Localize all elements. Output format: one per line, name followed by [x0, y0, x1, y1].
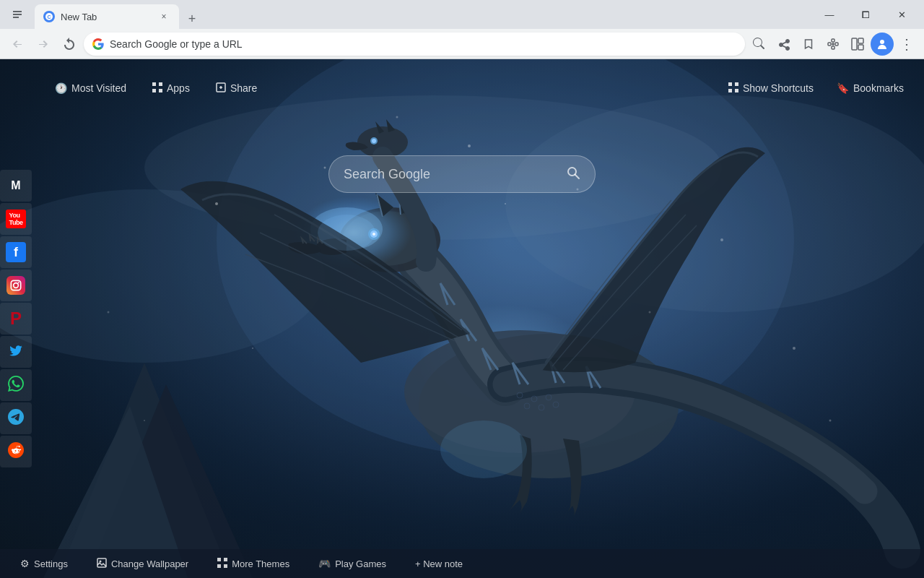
new-note-label: + New note — [415, 558, 463, 569]
tab-close-button[interactable]: × — [157, 10, 170, 23]
sidebar-item-twitter[interactable] — [0, 336, 32, 368]
share-nav-item[interactable]: Share — [210, 79, 263, 98]
more-themes-icon — [217, 558, 227, 570]
change-wallpaper-label: Change Wallpaper — [111, 558, 188, 569]
svg-line-66 — [575, 174, 580, 178]
apps-nav-item[interactable]: Apps — [147, 79, 196, 98]
svg-text:C: C — [47, 14, 51, 20]
svg-rect-58 — [152, 89, 156, 92]
settings-button[interactable]: ⚙ Settings — [14, 555, 74, 572]
profile-button[interactable] — [871, 33, 894, 56]
svg-point-45 — [252, 348, 253, 349]
tab-favicon: C — [43, 11, 55, 22]
sidebar-item-youtube[interactable]: YouTube — [0, 203, 32, 235]
svg-rect-56 — [152, 82, 156, 86]
search-placeholder: Search Google — [344, 167, 557, 182]
svg-point-50 — [505, 203, 506, 204]
svg-rect-72 — [224, 564, 227, 568]
maximize-button[interactable]: ⧠ — [849, 3, 882, 26]
sidebar-item-reddit[interactable] — [0, 436, 32, 467]
svg-point-43 — [720, 238, 723, 241]
svg-rect-2 — [828, 43, 831, 46]
sidebar-item-facebook[interactable]: f — [0, 236, 32, 268]
svg-point-38 — [372, 139, 376, 143]
search-container: Search Google — [328, 155, 596, 193]
tab-list-button[interactable] — [6, 3, 29, 26]
back-button[interactable] — [6, 33, 29, 56]
sidebar-item-gmail[interactable]: M — [0, 170, 32, 202]
url-bar[interactable]: Search Google or type a URL — [84, 33, 745, 56]
extension-icon[interactable] — [821, 33, 845, 56]
gmail-icon: M — [11, 179, 20, 192]
top-nav-left: 🕐 Most Visited Apps Share — [49, 79, 263, 98]
svg-rect-6 — [852, 38, 857, 50]
bookmark-icon[interactable] — [797, 33, 820, 56]
minimize-button[interactable]: — — [813, 3, 846, 26]
svg-rect-61 — [728, 82, 732, 86]
menu-button[interactable]: ⋮ — [895, 33, 918, 56]
close-button[interactable]: ✕ — [885, 3, 918, 26]
svg-point-35 — [318, 215, 375, 251]
most-visited-label: Most Visited — [71, 82, 126, 94]
show-shortcuts-item[interactable]: Show Shortcuts — [723, 79, 819, 98]
more-themes-button[interactable]: More Themes — [212, 555, 295, 573]
google-icon — [92, 38, 104, 50]
show-shortcuts-label: Show Shortcuts — [743, 82, 814, 94]
svg-point-49 — [829, 420, 832, 422]
play-games-label: Play Games — [335, 558, 386, 569]
apps-label: Apps — [167, 82, 190, 94]
share-label: Share — [230, 82, 257, 94]
facebook-icon: f — [6, 242, 26, 262]
svg-point-44 — [108, 311, 110, 314]
forward-button[interactable] — [32, 33, 55, 56]
svg-rect-7 — [858, 38, 863, 43]
new-note-button[interactable]: + New note — [409, 556, 468, 572]
sidebar-item-instagram[interactable] — [0, 269, 32, 301]
new-tab-button[interactable]: + — [182, 9, 202, 29]
bookmarks-item[interactable]: 🔖 Bookmarks — [831, 79, 910, 97]
toolbar-icons: ⋮ — [748, 33, 918, 56]
sidebar-item-whatsapp[interactable] — [0, 369, 32, 401]
address-bar: Search Google or type a URL ⋮ — [0, 29, 924, 59]
settings-label: Settings — [34, 558, 68, 569]
youtube-icon: YouTube — [6, 210, 27, 228]
search-box[interactable]: Search Google — [328, 155, 596, 193]
title-bar: C New Tab × + — ⧠ ✕ — [0, 0, 924, 29]
svg-rect-4 — [835, 43, 838, 46]
svg-rect-62 — [735, 82, 738, 86]
pinterest-icon: P — [10, 309, 22, 329]
settings-icon: ⚙ — [20, 558, 30, 569]
svg-point-48 — [144, 420, 145, 421]
active-tab[interactable]: C New Tab × — [35, 4, 179, 29]
share-icon[interactable] — [772, 33, 796, 56]
change-wallpaper-button[interactable]: Change Wallpaper — [91, 555, 194, 573]
svg-rect-70 — [224, 558, 227, 561]
svg-point-9 — [880, 40, 884, 44]
svg-rect-71 — [217, 564, 221, 568]
new-tab-page: M YouTube f P — [0, 59, 924, 578]
change-wallpaper-icon — [97, 558, 107, 570]
svg-rect-5 — [832, 46, 834, 49]
sidebar-item-telegram[interactable] — [0, 402, 32, 434]
search-toolbar-icon[interactable] — [748, 33, 771, 56]
more-themes-label: More Themes — [232, 558, 289, 569]
reddit-icon — [8, 442, 24, 461]
svg-point-41 — [468, 144, 471, 147]
left-sidebar: M YouTube f P — [0, 170, 32, 467]
url-text: Search Google or type a URL — [110, 38, 736, 50]
most-visited-nav-item[interactable]: 🕐 Most Visited — [49, 79, 132, 97]
svg-point-47 — [793, 347, 796, 350]
window-controls: — ⧠ ✕ — [813, 3, 918, 26]
bookmarks-label: Bookmarks — [853, 82, 904, 94]
bottom-toolbar: ⚙ Settings Change Wallpaper More Themes … — [0, 549, 924, 578]
whatsapp-icon — [8, 376, 24, 394]
layout-icon[interactable] — [846, 33, 869, 56]
sidebar-item-pinterest[interactable]: P — [0, 303, 32, 335]
search-icon[interactable] — [566, 165, 580, 184]
svg-rect-52 — [11, 280, 20, 290]
refresh-button[interactable] — [58, 33, 81, 56]
play-games-button[interactable]: 🎮 Play Games — [313, 555, 392, 572]
svg-rect-3 — [832, 39, 834, 42]
svg-rect-57 — [159, 82, 162, 86]
dragon-illustration — [0, 59, 924, 578]
